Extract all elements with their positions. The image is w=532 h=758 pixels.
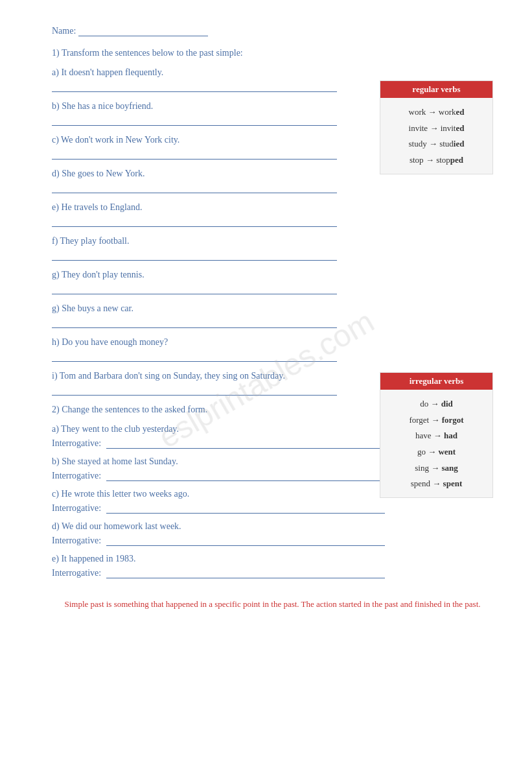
irregular-verbs-header: irregular verbs bbox=[380, 373, 492, 390]
part2-d-text: d) We did our homework last week. bbox=[52, 521, 493, 532]
regular-pair-3: study → studied bbox=[387, 136, 486, 152]
interrogative-line-b[interactable] bbox=[106, 469, 385, 481]
worksheet-container: Name: 1) Transform the sentences below t… bbox=[52, 26, 493, 611]
irregular-pair-4: go → went bbox=[387, 444, 486, 460]
interrogative-line-d[interactable] bbox=[106, 534, 385, 546]
interrogative-label-b: Interrogative: bbox=[52, 471, 101, 480]
irregular-pair-2: forget → forgot bbox=[387, 412, 486, 429]
regular-verbs-header: regular verbs bbox=[380, 81, 492, 98]
answer-g2-line[interactable] bbox=[52, 316, 337, 328]
interrogative-label-c: Interrogative: bbox=[52, 503, 101, 513]
part2-question-d: d) We did our homework last week. Interr… bbox=[52, 521, 493, 546]
interrogative-line-c[interactable] bbox=[106, 502, 385, 514]
name-label: Name: bbox=[52, 26, 493, 36]
footer-note-text: Simple past is something that happened i… bbox=[64, 599, 480, 609]
interrogative-label-a: Interrogative: bbox=[52, 438, 101, 448]
regular-pair-1: work → worked bbox=[387, 104, 486, 121]
answer-b-line[interactable] bbox=[52, 114, 337, 126]
question-h: h) Do you have enough money? bbox=[52, 337, 493, 362]
answer-f-line[interactable] bbox=[52, 249, 337, 261]
part2-question-e: e) It happened in 1983. Interrogative: bbox=[52, 554, 493, 578]
irregular-verbs-content: do → did forget → forgot have → had go →… bbox=[380, 394, 492, 497]
part2-c-interrogative: Interrogative: bbox=[52, 502, 493, 514]
irregular-pair-1: do → did bbox=[387, 396, 486, 412]
irregular-verbs-box: irregular verbs do → did forget → forgot… bbox=[380, 372, 493, 498]
interrogative-line-e[interactable] bbox=[106, 567, 385, 578]
interrogative-label-e: Interrogative: bbox=[52, 568, 101, 578]
irregular-pair-5: sing → sang bbox=[387, 460, 486, 477]
regular-pair-4: stop → stopped bbox=[387, 152, 486, 169]
question-e-text: e) He travels to England. bbox=[52, 202, 493, 213]
main-content: regular verbs work → worked invite → inv… bbox=[52, 67, 493, 396]
irregular-pair-6: spend → spent bbox=[387, 476, 486, 492]
answer-h-line[interactable] bbox=[52, 350, 337, 362]
answer-e-line[interactable] bbox=[52, 215, 337, 227]
name-text: Name: bbox=[52, 26, 76, 36]
question-g1-text: g) They don't play tennis. bbox=[52, 270, 493, 280]
part2-e-text: e) It happened in 1983. bbox=[52, 554, 493, 564]
answer-g1-line[interactable] bbox=[52, 283, 337, 294]
question-f: f) They play football. bbox=[52, 236, 493, 261]
question-g2: g) She buys a new car. bbox=[52, 303, 493, 328]
answer-a-line[interactable] bbox=[52, 80, 337, 92]
question-e: e) He travels to England. bbox=[52, 202, 493, 227]
interrogative-line-a[interactable] bbox=[106, 437, 385, 449]
question-h-text: h) Do you have enough money? bbox=[52, 337, 493, 348]
answer-i-line[interactable] bbox=[52, 384, 337, 396]
part2-e-interrogative: Interrogative: bbox=[52, 567, 493, 578]
part2-d-interrogative: Interrogative: bbox=[52, 534, 493, 546]
question-g1: g) They don't play tennis. bbox=[52, 270, 493, 294]
interrogative-label-d: Interrogative: bbox=[52, 536, 101, 545]
section1-title: 1) Transform the sentences below to the … bbox=[52, 48, 493, 58]
regular-verbs-box: regular verbs work → worked invite → inv… bbox=[380, 80, 493, 174]
regular-pair-2: invite → invited bbox=[387, 121, 486, 137]
question-a-text: a) It doesn't happen flequently. bbox=[52, 67, 493, 78]
footer-note: Simple past is something that happened i… bbox=[52, 598, 493, 611]
question-g2-text: g) She buys a new car. bbox=[52, 303, 493, 314]
answer-d-line[interactable] bbox=[52, 182, 337, 193]
regular-verbs-content: work → worked invite → invited study → s… bbox=[380, 102, 492, 174]
question-f-text: f) They play football. bbox=[52, 236, 493, 246]
irregular-pair-3: have → had bbox=[387, 428, 486, 444]
answer-c-line[interactable] bbox=[52, 148, 337, 160]
